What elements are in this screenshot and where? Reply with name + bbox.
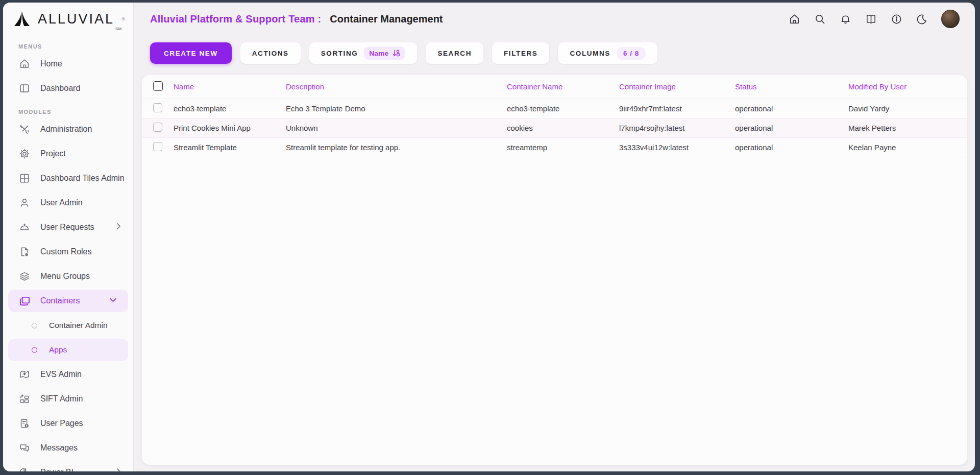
cell-container-image: 3s333v4ui12w:latest: [619, 137, 735, 157]
sidebar-item-sift-admin[interactable]: SIFT Admin: [3, 387, 133, 411]
column-header-container-name[interactable]: Container Name: [507, 75, 619, 99]
document-shield-icon: [18, 246, 31, 258]
cell-name: Streamlit Template: [174, 137, 286, 157]
section-label-modules: MODULES: [18, 109, 133, 117]
sift-blocks-icon: [18, 393, 31, 405]
column-header-name[interactable]: Name: [174, 75, 286, 99]
row-checkbox[interactable]: [153, 123, 162, 132]
grid-icon: [18, 172, 31, 184]
tools-icon: [18, 123, 31, 135]
column-header-container-image[interactable]: Container Image: [619, 75, 735, 99]
sidebar-item-label: User Admin: [40, 198, 83, 207]
containers-table: Name Description Container Name Containe…: [142, 75, 967, 157]
sidebar-item-home[interactable]: Home: [3, 52, 133, 76]
info-icon[interactable]: [890, 13, 902, 25]
cell-container-name: cookies: [507, 118, 619, 137]
sidebar-item-label: Administration: [40, 125, 92, 134]
table-row[interactable]: Streamlit Template Streamlit template fo…: [142, 137, 967, 157]
sidebar-item-label: Menu Groups: [40, 272, 90, 281]
table-card: Name Description Container Name Containe…: [142, 75, 967, 465]
sidebar-item-administration[interactable]: Administration: [3, 117, 133, 141]
sidebar-item-label: Power BI: [40, 468, 74, 471]
cell-description: Echo 3 Template Demo: [286, 99, 507, 118]
sorting-button[interactable]: SORTING Name: [309, 42, 418, 64]
cell-status: operational: [735, 137, 848, 157]
sidebar-item-user-pages[interactable]: User Pages: [3, 411, 133, 436]
sidebar-item-label: Project: [40, 149, 66, 158]
table-row[interactable]: echo3-template Echo 3 Template Demo echo…: [142, 99, 967, 118]
sidebar-item-label: Apps: [49, 345, 67, 354]
pie-chart-icon: [18, 466, 31, 471]
table-header-row: Name Description Container Name Containe…: [142, 75, 967, 99]
select-all-checkbox[interactable]: [153, 81, 163, 91]
app-window: ALLUVIAL SM MENUS Home Dashboard MODULES: [3, 3, 975, 471]
brand-trademark: SM: [115, 27, 121, 31]
team-title: Alluvial Platform & Support Team :: [150, 13, 321, 25]
actions-button[interactable]: ACTIONS: [240, 42, 301, 64]
cell-status: operational: [735, 99, 848, 118]
dashboard-icon: [18, 82, 31, 94]
radio-circle-icon: [32, 323, 37, 328]
cell-container-name: streamtemp: [507, 137, 619, 157]
sidebar-item-user-admin[interactable]: User Admin: [3, 191, 133, 215]
cell-container-name: echo3-template: [507, 99, 619, 118]
sidebar-pin-icon[interactable]: [121, 14, 125, 24]
topbar-icons: [788, 10, 960, 28]
sidebar-item-label: Messages: [40, 443, 78, 453]
cell-modified-by: David Yardy: [848, 99, 967, 118]
sidebar-item-label: User Requests: [40, 223, 94, 232]
layers-icon: [18, 270, 31, 282]
create-new-button[interactable]: CREATE NEW: [150, 42, 232, 64]
sidebar-item-evs-admin[interactable]: EVS Admin: [3, 362, 133, 387]
book-icon[interactable]: [865, 13, 877, 25]
chat-bubbles-icon: [18, 442, 31, 454]
gear-icon: [18, 148, 31, 160]
columns-button[interactable]: COLUMNS 6 / 8: [558, 42, 657, 64]
moon-icon[interactable]: [916, 13, 928, 25]
bell-icon[interactable]: [839, 13, 851, 25]
home-icon: [18, 58, 31, 70]
column-header-description[interactable]: Description: [286, 75, 507, 99]
column-header-status[interactable]: Status: [735, 75, 848, 99]
sidebar-item-label: Containers: [40, 296, 80, 305]
filters-button[interactable]: FILTERS: [492, 42, 549, 64]
sidebar-item-label: EVS Admin: [40, 370, 82, 379]
sidebar-item-label: SIFT Admin: [40, 394, 83, 403]
sidebar-item-dashboard-tiles-admin[interactable]: Dashboard Tiles Admin: [3, 166, 133, 191]
row-checkbox[interactable]: [153, 142, 162, 151]
user-icon: [18, 197, 31, 209]
sidebar-item-container-admin[interactable]: Container Admin: [3, 313, 133, 338]
cell-name: echo3-template: [174, 99, 286, 118]
cell-container-image: l7kmp4rsojhy:latest: [619, 118, 735, 137]
cell-modified-by: Marek Petters: [848, 118, 967, 137]
columns-count-badge: 6 / 8: [617, 47, 646, 60]
sidebar-item-apps[interactable]: Apps: [8, 339, 128, 361]
home-icon[interactable]: [788, 13, 800, 25]
topbar: Alluvial Platform & Support Team : Conta…: [134, 3, 975, 35]
toolbar: CREATE NEW ACTIONS SORTING Name SEARCH F…: [134, 35, 975, 64]
search-icon[interactable]: [814, 13, 826, 25]
sidebar-item-dashboard[interactable]: Dashboard: [3, 76, 133, 101]
sidebar-item-messages[interactable]: Messages: [3, 436, 133, 460]
main-content: Alluvial Platform & Support Team : Conta…: [134, 3, 975, 471]
search-button[interactable]: SEARCH: [426, 42, 483, 64]
sidebar-item-label: Dashboard: [40, 84, 80, 93]
user-avatar[interactable]: [941, 10, 960, 28]
sidebar-item-project[interactable]: Project: [3, 141, 133, 166]
table-row[interactable]: Print Cookies Mini App Unknown cookies l…: [142, 118, 967, 137]
sidebar-item-label: User Pages: [40, 419, 83, 428]
sidebar-item-menu-groups[interactable]: Menu Groups: [3, 264, 133, 289]
sidebar-item-label: Home: [40, 59, 62, 68]
sorting-value-pill: Name: [364, 46, 405, 60]
chevron-right-icon: [115, 223, 122, 232]
containers-icon: [18, 295, 31, 307]
sidebar-item-custom-roles[interactable]: Custom Roles: [3, 240, 133, 264]
sidebar: ALLUVIAL SM MENUS Home Dashboard MODULES: [3, 3, 134, 471]
row-checkbox[interactable]: [153, 103, 162, 112]
sidebar-item-label: Dashboard Tiles Admin: [40, 174, 125, 183]
sidebar-item-containers[interactable]: Containers: [8, 290, 128, 312]
chevron-down-icon: [109, 296, 117, 306]
sidebar-item-power-bi[interactable]: Power BI: [3, 460, 133, 471]
sidebar-item-user-requests[interactable]: User Requests: [3, 215, 133, 240]
column-header-modified-by-user[interactable]: Modified By User: [848, 75, 967, 99]
